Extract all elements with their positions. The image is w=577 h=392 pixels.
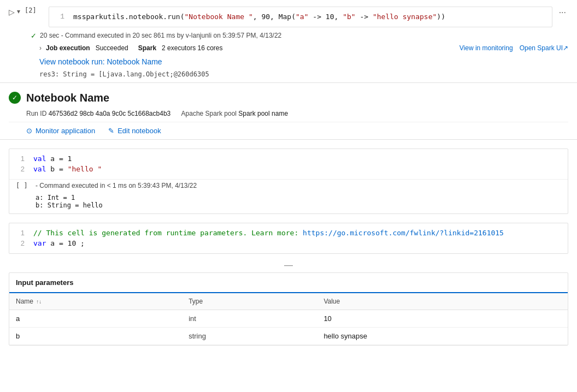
res-text: res3: String = [Ljava.lang.Object;@260d6… bbox=[9, 69, 568, 82]
spark-label: Spark bbox=[138, 44, 156, 52]
sort-icon-name[interactable]: ↑↓ bbox=[36, 299, 42, 305]
param-value-cell: hello synapse bbox=[317, 327, 568, 345]
param-name-cell: a bbox=[9, 310, 182, 327]
cell-menu-icon[interactable]: ··· bbox=[557, 7, 568, 19]
job-links: View in monitoring Open Spark UI↗ bbox=[460, 44, 568, 52]
notebook-title: Notebook Name bbox=[26, 92, 109, 104]
cell-1-inner: 1 val a = 1 2 val b = "hello " bbox=[9, 149, 568, 179]
table-row: a int 10 bbox=[9, 310, 568, 327]
param-type-cell: int bbox=[182, 310, 317, 327]
scroll-divider: — bbox=[9, 258, 568, 272]
run-icon[interactable]: ▷ bbox=[9, 8, 15, 16]
pool-value: Spark pool name bbox=[238, 110, 288, 117]
param-type-cell: string bbox=[182, 327, 317, 345]
cell-1-result: a: Int = 1 b: String = hello bbox=[9, 192, 568, 213]
cell-1-exec-info: [ ] - Command executed in < 1 ms on 5:39… bbox=[9, 179, 568, 192]
line-num-2: 2 bbox=[16, 164, 25, 175]
view-notebook-link[interactable]: View notebook run: Notebook Name bbox=[39, 57, 162, 66]
params-table: Name ↑↓ Type Value a int 10 b string hel… bbox=[9, 293, 568, 345]
params-table-header-row: Name ↑↓ Type Value bbox=[9, 293, 568, 310]
col-type-header: Type bbox=[182, 293, 317, 310]
open-spark-ui-link[interactable]: Open Spark UI↗ bbox=[520, 44, 568, 52]
cell-header-top: ▷ ▾ [2] 1 mssparkutils.notebook.run("Not… bbox=[9, 7, 568, 27]
chevron-right-icon[interactable]: › bbox=[39, 44, 42, 52]
run-meta: Run ID 467536d2 98cb 4a0a 9c0c 5c1668acb… bbox=[9, 108, 568, 122]
input-params-section: Input parameters Name ↑↓ Type Value a in… bbox=[9, 272, 568, 346]
cell-controls: ▷ ▾ bbox=[9, 7, 20, 16]
cell2-line-num-1: 1 bbox=[16, 228, 25, 239]
cell2-comment: // This cell is generated from runtime p… bbox=[33, 229, 303, 237]
action-bar: ⊙ Monitor application ✎ Edit notebook bbox=[9, 122, 568, 139]
view-notebook-row: View notebook run: Notebook Name bbox=[9, 54, 568, 69]
cell-2-inner: 1 // This cell is generated from runtime… bbox=[9, 223, 568, 253]
monitor-application-button[interactable]: ⊙ Monitor application bbox=[26, 127, 95, 135]
expand-icon[interactable]: ▾ bbox=[17, 8, 20, 16]
edit-icon: ✎ bbox=[108, 127, 114, 135]
executors-text: 2 executors 16 cores bbox=[162, 44, 222, 52]
run-id-value: 467536d2 98cb 4a0a 9c0c 5c1668acb4b3 bbox=[49, 110, 171, 117]
cell-1-bracket: [ ] bbox=[16, 182, 36, 189]
code-content-1: mssparkutils.notebook.run("Notebook Name… bbox=[73, 11, 445, 22]
cell-2-code-2: var a = 10 ; bbox=[33, 238, 85, 249]
cells-area: 1 val a = 1 2 val b = "hello " [ ] - Com… bbox=[0, 140, 577, 272]
code-block-top: 1 mssparkutils.notebook.run("Notebook Na… bbox=[49, 7, 552, 27]
top-cell-section: ▷ ▾ [2] 1 mssparkutils.notebook.run("Not… bbox=[0, 0, 577, 83]
success-icon: ✓ bbox=[9, 92, 21, 104]
line-num-1: 1 bbox=[16, 153, 25, 164]
monitor-icon: ⊙ bbox=[26, 127, 32, 135]
edit-btn-label: Edit notebook bbox=[117, 127, 161, 135]
cell-1-line-1: 1 val a = 1 bbox=[16, 153, 561, 164]
cell-2-wrapper: 1 // This cell is generated from runtime… bbox=[9, 223, 568, 254]
cell-1-wrapper: 1 val a = 1 2 val b = "hello " [ ] - Com… bbox=[9, 149, 568, 214]
job-execution-row: › Job execution Succeeded Spark 2 execut… bbox=[9, 42, 568, 54]
cell-1-code-1: val a = 1 bbox=[33, 153, 72, 164]
run-id-label: Run ID bbox=[26, 110, 46, 117]
edit-notebook-button[interactable]: ✎ Edit notebook bbox=[108, 127, 161, 135]
result-line-2: b: String = hello bbox=[36, 201, 561, 209]
cell-1-code-2: val b = "hello " bbox=[33, 164, 102, 175]
params-header: Input parameters bbox=[9, 273, 568, 293]
monitor-btn-label: Monitor application bbox=[36, 127, 95, 135]
execution-info: ✓ 20 sec - Command executed in 20 sec 86… bbox=[9, 29, 568, 42]
line-number-1: 1 bbox=[56, 11, 64, 22]
cell-2-line-2: 2 var a = 10 ; bbox=[16, 238, 561, 249]
cell2-link[interactable]: https://go.microsoft.com/fwlink/?linkid=… bbox=[303, 229, 504, 237]
col-name-header: Name ↑↓ bbox=[9, 293, 182, 310]
col-value-header: Value bbox=[317, 293, 568, 310]
check-icon: ✓ bbox=[31, 32, 37, 40]
cell-2-code-1: // This cell is generated from runtime p… bbox=[33, 228, 504, 239]
code-line-1: 1 mssparkutils.notebook.run("Notebook Na… bbox=[56, 11, 545, 22]
param-value-cell: 10 bbox=[317, 310, 568, 327]
exec-time-text: 20 sec - Command executed in 20 sec 861 … bbox=[40, 32, 281, 39]
table-row: b string hello synapse bbox=[9, 327, 568, 345]
cell-2-line-1: 1 // This cell is generated from runtime… bbox=[16, 228, 561, 239]
cell2-line-num-2: 2 bbox=[16, 238, 25, 249]
param-name-cell: b bbox=[9, 327, 182, 345]
cell-1-line-2: 2 val b = "hello " bbox=[16, 164, 561, 175]
view-monitoring-link[interactable]: View in monitoring bbox=[460, 44, 513, 52]
notebook-section: ✓ Notebook Name Run ID 467536d2 98cb 4a0… bbox=[0, 83, 577, 140]
cell-1-exec-text: - Command executed in < 1 ms on 5:39:43 … bbox=[36, 182, 197, 189]
job-status: Succeeded bbox=[96, 44, 128, 52]
cell-index: [2] bbox=[25, 7, 40, 14]
job-execution-label: Job execution bbox=[46, 44, 90, 52]
notebook-title-row: ✓ Notebook Name bbox=[9, 92, 568, 104]
pool-label: Apache Spark pool bbox=[181, 110, 237, 117]
result-line-1: a: Int = 1 bbox=[36, 194, 561, 201]
